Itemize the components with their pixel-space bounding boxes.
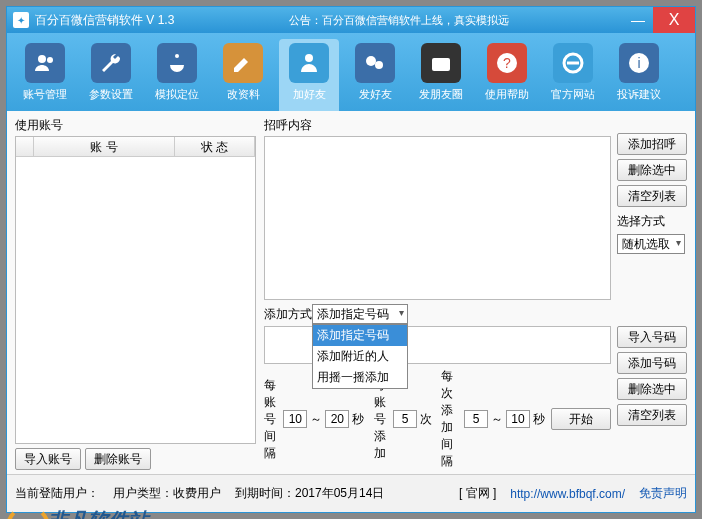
svg-point-0 [38, 55, 46, 63]
toolbar-info[interactable]: i投诉建议 [609, 39, 669, 111]
interval-min-input[interactable] [283, 410, 307, 428]
svg-text:i: i [637, 55, 640, 71]
add-mode-option[interactable]: 添加指定号码 [313, 325, 407, 346]
clear-number-list-button[interactable]: 清空列表 [617, 404, 687, 426]
app-window: ✦ 百分百微信营销软件 V 1.3 公告：百分百微信营销软件上线，真实模拟远 —… [6, 6, 696, 513]
camera-icon [421, 43, 461, 83]
import-number-button[interactable]: 导入号码 [617, 326, 687, 348]
col-status: 状 态 [175, 137, 255, 156]
middle-panel: 招呼内容 添加方式 添加指定号码 添加指定号码添加附近的人用摇一摇添加 每账号间… [260, 111, 615, 474]
svg-point-7 [437, 60, 445, 68]
add-greeting-button[interactable]: 添加招呼 [617, 133, 687, 155]
add-interval-max-input[interactable] [506, 410, 530, 428]
anchor-icon [157, 43, 197, 83]
svg-point-1 [47, 57, 53, 63]
left-panel: 使用账号 账 号 状 态 导入账号 删除账号 [7, 111, 260, 474]
greeting-textarea[interactable] [264, 136, 611, 300]
app-icon: ✦ [13, 12, 29, 28]
delete-account-button[interactable]: 删除账号 [85, 448, 151, 470]
select-mode-label: 选择方式 [617, 213, 687, 230]
expire-date: 2017年05月14日 [295, 486, 384, 500]
current-user-label: 当前登陆用户： [15, 485, 99, 502]
toolbar-anchor[interactable]: 模拟定位 [147, 39, 207, 111]
toolbar-bubbles[interactable]: 发好友 [345, 39, 405, 111]
svg-point-3 [305, 54, 313, 62]
bubbles-icon [355, 43, 395, 83]
toolbar-edit[interactable]: 改资料 [213, 39, 273, 111]
main-toolbar: 账号管理参数设置模拟定位改资料加好友发好友发朋友圈?使用帮助官方网站i投诉建议 [7, 33, 695, 111]
add-mode-option[interactable]: 用摇一摇添加 [313, 367, 407, 388]
person-icon [289, 43, 329, 83]
add-mode-select[interactable]: 添加指定号码 [312, 304, 408, 324]
interval-max-input[interactable] [325, 410, 349, 428]
svg-point-4 [366, 56, 376, 66]
official-site-label: [ 官网 ] [459, 485, 496, 502]
clear-greeting-list-button[interactable]: 清空列表 [617, 185, 687, 207]
delete-selected-number-button[interactable]: 删除选中 [617, 378, 687, 400]
add-interval-min-input[interactable] [464, 410, 488, 428]
select-mode-select[interactable]: 随机选取 [617, 234, 685, 254]
add-number-button[interactable]: 添加号码 [617, 352, 687, 374]
svg-point-2 [175, 54, 179, 58]
status-bar: 当前登陆用户： 用户类型：收费用户 到期时间：2017年05月14日 [ 官网 … [7, 474, 695, 512]
help-icon: ? [487, 43, 527, 83]
toolbar-users[interactable]: 账号管理 [15, 39, 75, 111]
add-mode-label: 添加方式 [264, 306, 312, 323]
svg-point-5 [375, 61, 383, 69]
users-icon [25, 43, 65, 83]
close-button[interactable]: X [653, 7, 695, 33]
titlebar: ✦ 百分百微信营销软件 V 1.3 公告：百分百微信营销软件上线，真实模拟远 —… [7, 7, 695, 33]
wrench-icon [91, 43, 131, 83]
content-area: 使用账号 账 号 状 态 导入账号 删除账号 招呼内容 添加方式 添加指定号码 [7, 111, 695, 474]
col-account: 账 号 [34, 137, 175, 156]
toolbar-ie[interactable]: 官方网站 [543, 39, 603, 111]
right-panel: 添加招呼 删除选中 清空列表 选择方式 随机选取 导入号码 添加号码 删除选中 … [615, 111, 695, 474]
delete-selected-greeting-button[interactable]: 删除选中 [617, 159, 687, 181]
edit-icon [223, 43, 263, 83]
toolbar-help[interactable]: ?使用帮助 [477, 39, 537, 111]
app-title: 百分百微信营销软件 V 1.3 [35, 12, 174, 29]
ie-icon [553, 43, 593, 83]
official-site-link[interactable]: http://www.bfbqf.com/ [510, 487, 625, 501]
svg-text:?: ? [503, 55, 511, 71]
account-section-label: 使用账号 [15, 117, 256, 134]
greeting-label: 招呼内容 [264, 117, 611, 134]
toolbar-person[interactable]: 加好友 [279, 39, 339, 111]
per-account-count-input[interactable] [393, 410, 417, 428]
minimize-button[interactable]: — [623, 7, 653, 33]
toolbar-wrench[interactable]: 参数设置 [81, 39, 141, 111]
user-type-value: 收费用户 [173, 486, 221, 500]
toolbar-camera[interactable]: 发朋友圈 [411, 39, 471, 111]
import-account-button[interactable]: 导入账号 [15, 448, 81, 470]
disclaimer-link[interactable]: 免责声明 [639, 485, 687, 502]
add-mode-dropdown: 添加指定号码添加附近的人用摇一摇添加 [312, 324, 408, 389]
account-table-header: 账 号 状 态 [16, 137, 255, 157]
start-button[interactable]: 开始 [551, 408, 611, 430]
announcement-text: 公告：百分百微信营销软件上线，真实模拟远 [174, 13, 623, 28]
add-mode-option[interactable]: 添加附近的人 [313, 346, 407, 367]
account-table[interactable]: 账 号 状 态 [15, 136, 256, 444]
info-icon: i [619, 43, 659, 83]
